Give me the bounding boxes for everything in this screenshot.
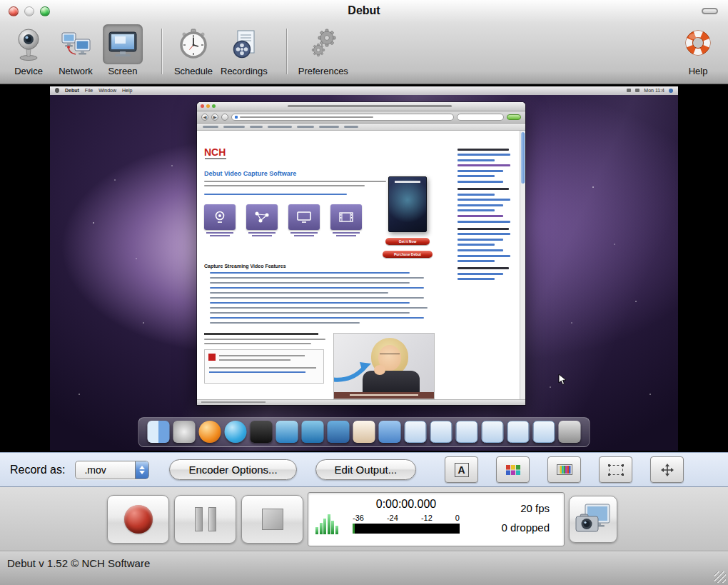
bullet-placeholder <box>210 297 424 299</box>
sidebar-link-placeholder <box>457 278 495 280</box>
bullet-placeholder <box>210 287 424 289</box>
feature-tile-screen <box>288 204 320 236</box>
pause-button[interactable] <box>174 495 236 544</box>
clock-icon <box>173 24 213 64</box>
toolbar-item-preferences[interactable]: Preferences <box>298 24 348 76</box>
dock-icon <box>456 421 478 443</box>
text-placeholder <box>204 181 386 183</box>
sidebar-link-placeholder <box>457 159 495 161</box>
bullet-placeholder <box>210 317 424 319</box>
link-placeholder <box>204 194 347 196</box>
sidebar-link-placeholder <box>457 249 503 251</box>
dock-icon <box>379 421 401 443</box>
move-region-button[interactable] <box>650 456 684 483</box>
dock-icon <box>533 421 555 443</box>
captured-menu-help: Help <box>122 88 132 93</box>
feature-tile-webcam <box>204 204 236 236</box>
forward-icon: ▶ <box>211 114 218 121</box>
purchase-button: Purchase Debut <box>383 251 433 258</box>
download-button: Get it Now <box>385 238 430 245</box>
titlebar[interactable]: Debut <box>0 0 728 21</box>
dock-icon <box>251 421 273 443</box>
selection-rect-icon <box>609 465 623 475</box>
sidebar-link-placeholder <box>457 260 495 262</box>
record-as-bar: Record as: .mov Encoder Options... Edit … <box>0 452 728 487</box>
record-icon <box>124 505 153 534</box>
text-caption-button[interactable]: A <box>445 456 478 483</box>
toolbar-item-screen[interactable]: Screen <box>103 24 143 76</box>
bullet-placeholder <box>210 272 410 274</box>
browser-status-bar <box>197 399 525 405</box>
sidebar-link-placeholder <box>457 233 510 235</box>
browser-minimize-dot <box>206 104 210 108</box>
dock-icon <box>353 421 375 443</box>
sidebar-link-placeholder <box>457 154 510 156</box>
dock-icon <box>482 421 504 443</box>
snapshot-button[interactable] <box>569 496 617 543</box>
dropdown-stepper-icon <box>135 461 148 479</box>
captured-menu-window: Window <box>98 88 116 93</box>
webpage-content: NCH Debut Video Capture Software <box>197 131 525 399</box>
support-agent-photo <box>334 334 434 399</box>
scrollbar-thumb <box>521 132 525 184</box>
toolbar-item-recordings[interactable]: Recordings <box>221 24 268 76</box>
dock-icon <box>405 421 427 443</box>
toolbar-label-recordings: Recordings <box>221 66 268 76</box>
photo-caption-bar <box>334 392 434 399</box>
nch-logo-tagline <box>205 158 226 159</box>
sidebar-links <box>457 144 515 284</box>
captured-menu-file: File <box>85 88 93 93</box>
resize-grip[interactable] <box>714 571 726 583</box>
lifebuoy-icon <box>678 24 718 64</box>
browser-zoom-dot <box>212 104 216 108</box>
capture-preview: Debut File Window Help Mon 11:4 <box>0 84 728 452</box>
toolbar-toggle-widget[interactable] <box>702 8 718 14</box>
sidebar-link-placeholder <box>457 164 510 166</box>
edit-output-button[interactable]: Edit Output... <box>315 459 417 480</box>
bullet-placeholder <box>210 322 360 324</box>
toolbar-item-device[interactable]: Device <box>9 24 49 76</box>
stop-button[interactable] <box>241 495 303 544</box>
text-placeholder <box>204 339 325 341</box>
text-placeholder <box>204 343 311 345</box>
toolbar-item-schedule[interactable]: Schedule <box>173 24 213 76</box>
color-settings-button[interactable] <box>496 456 530 483</box>
window-title: Debut <box>0 4 728 17</box>
sidebar-link-placeholder <box>457 181 503 183</box>
sidebar-link-placeholder <box>457 239 503 241</box>
toolbar-label-screen: Screen <box>108 66 137 76</box>
dock-icon <box>559 421 581 443</box>
mouse-cursor <box>558 374 567 386</box>
video-settings-button[interactable] <box>547 456 581 483</box>
text-placeholder <box>204 185 365 187</box>
format-dropdown[interactable]: .mov <box>75 461 149 479</box>
toolbar-label-preferences: Preferences <box>298 66 348 76</box>
transport-buttons <box>107 495 303 544</box>
record-as-label: Record as: <box>10 464 65 476</box>
url-placeholder <box>240 116 373 118</box>
bookmark-placeholder <box>250 126 263 128</box>
toolbar-label-help: Help <box>689 66 708 76</box>
browser-close-dot <box>201 104 204 108</box>
feature-tile-device <box>246 204 278 236</box>
record-button[interactable] <box>107 495 169 544</box>
toolbar-item-network[interactable]: Network <box>56 24 96 76</box>
sidebar-link-placeholder <box>457 228 509 230</box>
toolbar-label-network: Network <box>59 66 93 76</box>
debut-window: Debut De <box>0 0 728 585</box>
select-region-button[interactable] <box>599 456 632 483</box>
sidebar-link-placeholder <box>457 175 495 177</box>
encoder-options-button[interactable]: Encoder Options... <box>169 459 296 480</box>
meter-scale: -36 -24 -12 0 <box>353 514 460 522</box>
fps-readout: 20 fps <box>520 502 550 514</box>
toolbar-separator <box>286 29 287 74</box>
pause-icon <box>195 507 216 531</box>
nav-badge <box>507 114 521 120</box>
webcam-icon <box>9 24 49 64</box>
sidebar-link-placeholder <box>457 149 509 151</box>
sidebar-link-placeholder <box>457 188 509 190</box>
transport-bar: 0:00:00.000 -36 -24 -12 0 20 fps 0 dropp… <box>0 487 728 551</box>
apple-menu-icon <box>55 88 59 93</box>
browser-scrollbar <box>520 131 525 399</box>
toolbar-item-help[interactable]: Help <box>678 24 718 76</box>
